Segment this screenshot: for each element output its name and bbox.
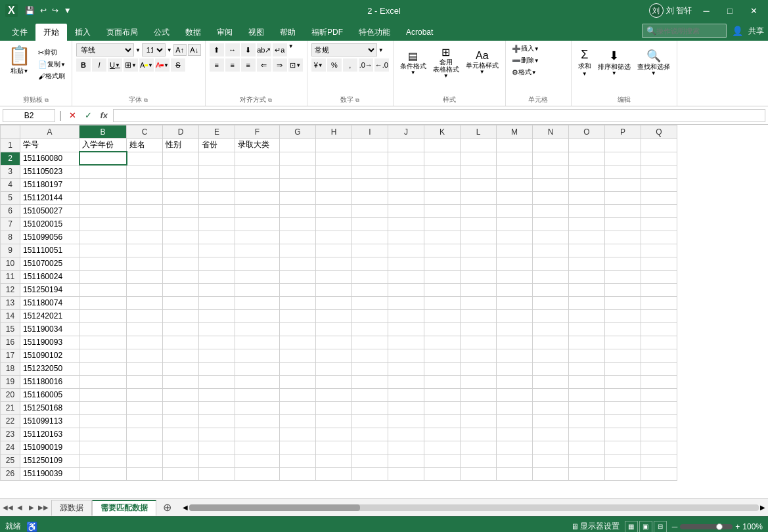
cell-N13[interactable] (533, 296, 569, 309)
cell-F12[interactable] (235, 283, 280, 296)
cell-N14[interactable] (533, 309, 569, 322)
decrease-decimal-button[interactable]: ←.0 (374, 58, 389, 72)
cell-Q18[interactable] (641, 362, 677, 375)
cell-E1[interactable]: 省份 (199, 139, 235, 152)
cell-K24[interactable] (424, 441, 461, 454)
cell-G3[interactable] (280, 165, 316, 178)
cell-G17[interactable] (280, 349, 316, 362)
zoom-slider[interactable] (680, 524, 733, 529)
cell-K7[interactable] (424, 217, 461, 231)
cell-O5[interactable] (569, 191, 605, 204)
cell-C2[interactable] (127, 152, 163, 165)
cell-L9[interactable] (461, 244, 497, 257)
cell-A22[interactable]: 151099113 (20, 414, 79, 428)
cell-J17[interactable] (388, 349, 424, 362)
row-header-22[interactable]: 22 (1, 414, 20, 428)
cell-H22[interactable] (316, 414, 352, 428)
cell-A14[interactable]: 151242021 (20, 309, 79, 322)
cell-A16[interactable]: 151190093 (20, 336, 79, 349)
cell-B10[interactable] (79, 257, 127, 270)
row-header-16[interactable]: 16 (1, 336, 20, 349)
col-header-J[interactable]: J (388, 125, 424, 139)
cell-N20[interactable] (533, 388, 569, 401)
cell-I13[interactable] (352, 296, 388, 309)
cell-H2[interactable] (316, 152, 352, 165)
cell-N3[interactable] (533, 165, 569, 178)
normal-view-button[interactable]: ▦ (625, 521, 638, 533)
cell-J15[interactable] (388, 322, 424, 336)
col-header-G[interactable]: G (280, 125, 316, 139)
cell-K26[interactable] (424, 467, 461, 480)
cell-D15[interactable] (163, 322, 199, 336)
cell-E20[interactable] (199, 388, 235, 401)
delete-cell-button[interactable]: ➖ 删除 ▼ (510, 55, 541, 66)
cell-C21[interactable] (127, 401, 163, 414)
col-header-M[interactable]: M (497, 125, 533, 139)
cell-P26[interactable] (605, 467, 641, 480)
cell-K1[interactable] (424, 139, 461, 152)
cell-O10[interactable] (569, 257, 605, 270)
cell-Q11[interactable] (641, 270, 677, 283)
cell-Q7[interactable] (641, 217, 677, 231)
cell-F25[interactable] (235, 454, 280, 467)
align-center-button[interactable]: ≡ (225, 58, 240, 72)
confirm-button[interactable]: ✓ (81, 109, 95, 122)
cell-D19[interactable] (163, 375, 199, 388)
zoom-thumb[interactable] (716, 523, 723, 530)
cell-L7[interactable] (461, 217, 497, 231)
cell-E18[interactable] (199, 362, 235, 375)
cell-O20[interactable] (569, 388, 605, 401)
cell-E19[interactable] (199, 375, 235, 388)
col-header-I[interactable]: I (352, 125, 388, 139)
cell-C17[interactable] (127, 349, 163, 362)
cell-L16[interactable] (461, 336, 497, 349)
cell-H26[interactable] (316, 467, 352, 480)
cell-D20[interactable] (163, 388, 199, 401)
cell-J4[interactable] (388, 178, 424, 191)
cell-E16[interactable] (199, 336, 235, 349)
cell-K3[interactable] (424, 165, 461, 178)
cell-L5[interactable] (461, 191, 497, 204)
cell-D10[interactable] (163, 257, 199, 270)
row-header-24[interactable]: 24 (1, 441, 20, 454)
cell-H16[interactable] (316, 336, 352, 349)
cell-E4[interactable] (199, 178, 235, 191)
cell-P17[interactable] (605, 349, 641, 362)
increase-indent-button[interactable]: ⇒ (273, 58, 287, 72)
row-header-19[interactable]: 19 (1, 375, 20, 388)
cell-D4[interactable] (163, 178, 199, 191)
cell-J3[interactable] (388, 165, 424, 178)
cell-F23[interactable] (235, 428, 280, 441)
cell-O4[interactable] (569, 178, 605, 191)
search-input[interactable] (656, 27, 722, 35)
cell-B11[interactable] (79, 270, 127, 283)
cell-D2[interactable] (163, 152, 199, 165)
cell-I24[interactable] (352, 441, 388, 454)
cell-Q25[interactable] (641, 454, 677, 467)
cell-H12[interactable] (316, 283, 352, 296)
cell-C11[interactable] (127, 270, 163, 283)
cell-P23[interactable] (605, 428, 641, 441)
cell-N16[interactable] (533, 336, 569, 349)
cell-J19[interactable] (388, 375, 424, 388)
cell-M11[interactable] (497, 270, 533, 283)
cell-H3[interactable] (316, 165, 352, 178)
maximize-icon[interactable]: □ (721, 3, 739, 18)
cell-K9[interactable] (424, 244, 461, 257)
customize-quick-access-icon[interactable]: ▼ (62, 5, 74, 16)
cell-A15[interactable]: 151190034 (20, 322, 79, 336)
cell-C12[interactable] (127, 283, 163, 296)
cell-J18[interactable] (388, 362, 424, 375)
cancel-button[interactable]: ✕ (66, 109, 79, 122)
align-right-button[interactable]: ≡ (241, 58, 256, 72)
sheet-scroll-prev-icon[interactable]: ◀ (14, 502, 25, 513)
cell-B25[interactable] (79, 454, 127, 467)
page-layout-view-button[interactable]: ▣ (639, 521, 652, 533)
cell-O21[interactable] (569, 401, 605, 414)
cell-B26[interactable] (79, 467, 127, 480)
cell-C15[interactable] (127, 322, 163, 336)
cell-A17[interactable]: 151090102 (20, 349, 79, 362)
paste-button[interactable]: 📋 粘贴▼ (4, 43, 35, 77)
col-header-D[interactable]: D (163, 125, 199, 139)
cell-A24[interactable]: 151090019 (20, 441, 79, 454)
